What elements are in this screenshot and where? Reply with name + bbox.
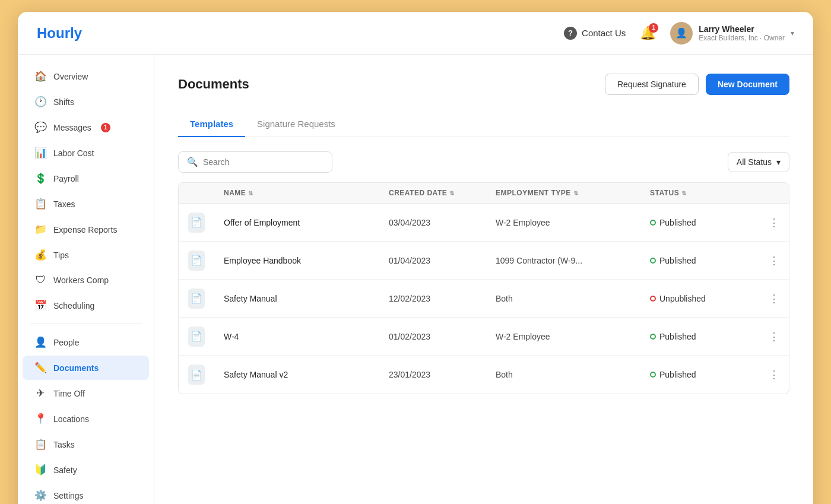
search-input[interactable] bbox=[203, 157, 323, 167]
doc-emp-type: W-2 Employee bbox=[496, 332, 550, 341]
airplane-icon: ✈ bbox=[34, 387, 46, 400]
sidebar-item-workers-comp[interactable]: 🛡 Workers Comp bbox=[23, 268, 149, 292]
sidebar-item-settings[interactable]: ⚙️ Settings bbox=[23, 483, 149, 504]
row-more-button[interactable]: ⋮ bbox=[759, 252, 789, 270]
user-profile[interactable]: 👤 Larry Wheeler Exact Builders, Inc · Ow… bbox=[670, 22, 794, 45]
sidebar-item-documents[interactable]: ✏️ Documents bbox=[23, 356, 149, 380]
table-row[interactable]: 📄 Safety Manual v2 23/01/2023 Both Publi… bbox=[179, 356, 789, 394]
th-actions bbox=[759, 189, 789, 197]
doc-date: 03/04/2023 bbox=[389, 218, 430, 227]
dollar-icon: 💲 bbox=[34, 172, 46, 185]
new-document-button[interactable]: New Document bbox=[706, 74, 789, 95]
th-status[interactable]: STATUS ⇅ bbox=[640, 189, 759, 197]
doc-status-cell: Published bbox=[640, 370, 759, 379]
table-row[interactable]: 📄 Offer of Employment 03/04/2023 W-2 Emp… bbox=[179, 204, 789, 242]
th-employment-type[interactable]: EMPLOYMENT TYPE ⇅ bbox=[486, 189, 640, 197]
tab-templates[interactable]: Templates bbox=[178, 112, 245, 137]
body-layout: 🏠 Overview 🕐 Shifts 💬 Messages 1 📊 Labor… bbox=[18, 55, 813, 504]
sidebar-item-overview[interactable]: 🏠 Overview bbox=[23, 64, 149, 88]
nav-right: ? Contact Us 🔔 1 👤 Larry Wheeler Exact B… bbox=[564, 22, 794, 45]
status-dot bbox=[650, 258, 656, 264]
sidebar-item-payroll[interactable]: 💲 Payroll bbox=[23, 166, 149, 191]
doc-name: Offer of Employment bbox=[224, 218, 300, 227]
doc-emp-type-cell: W-2 Employee bbox=[486, 218, 640, 227]
sidebar-item-shifts[interactable]: 🕐 Shifts bbox=[23, 90, 149, 114]
person-icon: 👤 bbox=[34, 336, 46, 348]
status-dot bbox=[650, 220, 656, 226]
status-text: Unpublished bbox=[659, 294, 706, 303]
doc-emp-type-cell: W-2 Employee bbox=[486, 332, 640, 341]
sidebar-item-tasks[interactable]: 📋 Tasks bbox=[23, 432, 149, 457]
status-filter[interactable]: All Status ▾ bbox=[728, 152, 789, 172]
status-filter-label: All Status bbox=[737, 157, 772, 167]
notification-badge: 1 bbox=[649, 23, 658, 33]
document-icon: 📄 bbox=[188, 364, 205, 385]
sidebar-item-label: Documents bbox=[53, 363, 99, 373]
doc-name-cell: Safety Manual bbox=[214, 294, 379, 303]
user-info: Larry Wheeler Exact Builders, Inc · Owne… bbox=[699, 24, 785, 42]
tab-signature-requests[interactable]: Signature Requests bbox=[245, 112, 347, 137]
doc-icon-cell: 📄 bbox=[179, 213, 214, 233]
header-actions: Request Signature New Document bbox=[605, 74, 789, 95]
tabs: Templates Signature Requests bbox=[178, 112, 789, 137]
th-name[interactable]: NAME ⇅ bbox=[214, 189, 379, 197]
user-company: Exact Builders, Inc · Owner bbox=[699, 34, 785, 42]
sidebar-item-time-off[interactable]: ✈ Time Off bbox=[23, 381, 149, 405]
row-more-button[interactable]: ⋮ bbox=[759, 214, 789, 232]
tax-icon: 📋 bbox=[34, 198, 46, 210]
sidebar-item-tips[interactable]: 💰 Tips bbox=[23, 243, 149, 267]
doc-emp-type: Both bbox=[496, 294, 513, 303]
th-created-date[interactable]: CREATED DATE ⇅ bbox=[379, 189, 486, 197]
contact-us-button[interactable]: ? Contact Us bbox=[564, 27, 626, 40]
sidebar-item-locations[interactable]: 📍 Locations bbox=[23, 407, 149, 431]
doc-emp-type: W-2 Employee bbox=[496, 218, 550, 227]
sidebar-item-people[interactable]: 👤 People bbox=[23, 330, 149, 354]
table-row[interactable]: 📄 W-4 01/02/2023 W-2 Employee Published … bbox=[179, 318, 789, 356]
sidebar-item-labor-cost[interactable]: 📊 Labor Cost bbox=[23, 141, 149, 165]
sidebar-item-messages[interactable]: 💬 Messages 1 bbox=[23, 115, 149, 140]
sidebar-item-label: Taxes bbox=[53, 199, 75, 209]
sort-icon: ⇅ bbox=[681, 190, 687, 196]
sidebar-item-expense-reports[interactable]: 📁 Expense Reports bbox=[23, 217, 149, 242]
doc-name: Safety Manual bbox=[224, 294, 277, 303]
status-text: Published bbox=[659, 218, 696, 227]
request-signature-button[interactable]: Request Signature bbox=[605, 74, 699, 95]
table-row[interactable]: 📄 Safety Manual 12/02/2023 Both Unpublis… bbox=[179, 280, 789, 318]
search-box[interactable]: 🔍 bbox=[178, 151, 332, 173]
tips-icon: 💰 bbox=[34, 249, 46, 261]
doc-date-cell: 01/04/2023 bbox=[379, 256, 486, 265]
status-dot bbox=[650, 372, 656, 378]
location-icon: 📍 bbox=[34, 413, 46, 425]
sidebar-item-label: People bbox=[53, 338, 80, 347]
sidebar-item-safety[interactable]: 🔰 Safety bbox=[23, 458, 149, 482]
shield-icon: 🛡 bbox=[34, 274, 46, 286]
row-more-button[interactable]: ⋮ bbox=[759, 328, 789, 345]
settings-icon: ⚙️ bbox=[34, 489, 46, 502]
sidebar-item-label: Tips bbox=[53, 251, 69, 260]
sidebar-item-scheduling[interactable]: 📅 Scheduling bbox=[23, 293, 149, 318]
sidebar-item-taxes[interactable]: 📋 Taxes bbox=[23, 192, 149, 216]
doc-status-cell: Published bbox=[640, 332, 759, 341]
sidebar-item-label: Shifts bbox=[53, 97, 74, 107]
doc-name-cell: Employee Handbook bbox=[214, 256, 379, 265]
table-body: 📄 Offer of Employment 03/04/2023 W-2 Emp… bbox=[179, 204, 789, 394]
doc-name: Employee Handbook bbox=[224, 256, 301, 265]
doc-name-cell: W-4 bbox=[214, 332, 379, 341]
notifications-button[interactable]: 🔔 1 bbox=[640, 26, 656, 41]
pencil-icon: ✏️ bbox=[34, 362, 46, 374]
row-more-button[interactable]: ⋮ bbox=[759, 366, 789, 383]
doc-date: 12/02/2023 bbox=[389, 294, 430, 303]
home-icon: 🏠 bbox=[34, 70, 46, 83]
sort-icon: ⇅ bbox=[573, 190, 579, 196]
table-header: NAME ⇅ CREATED DATE ⇅ EMPLOYMENT TYPE ⇅ … bbox=[179, 183, 789, 204]
safety-icon: 🔰 bbox=[34, 464, 46, 476]
table-row[interactable]: 📄 Employee Handbook 01/04/2023 1099 Cont… bbox=[179, 242, 789, 280]
doc-emp-type: Both bbox=[496, 370, 513, 379]
sidebar-item-label: Time Off bbox=[53, 389, 85, 398]
doc-name: W-4 bbox=[224, 332, 239, 341]
status-text: Published bbox=[659, 370, 696, 379]
row-more-button[interactable]: ⋮ bbox=[759, 290, 789, 308]
sidebar-item-label: Scheduling bbox=[53, 301, 94, 310]
toolbar: 🔍 All Status ▾ bbox=[178, 151, 789, 173]
chevron-down-icon: ▾ bbox=[791, 29, 794, 37]
